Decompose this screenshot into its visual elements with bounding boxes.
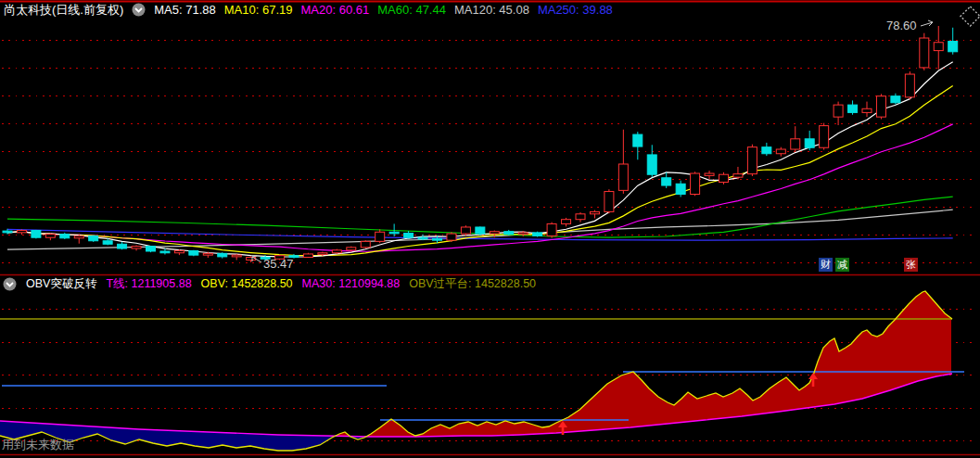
candle-body (103, 241, 112, 245)
candle-body (576, 214, 585, 220)
candle-body (418, 237, 427, 239)
candle-body (318, 253, 327, 255)
candle-body (332, 250, 341, 253)
candle-body (132, 247, 141, 248)
candle-body (32, 231, 41, 238)
candle-body (776, 149, 785, 154)
candle-body (547, 223, 556, 235)
event-badge-jian[interactable]: 减 (835, 258, 849, 272)
candle-body (820, 126, 829, 148)
candle-body (691, 173, 700, 194)
obv-platform-value: OBV过平台: 1452828.50 (409, 277, 536, 291)
candle-body (361, 241, 370, 248)
candle-body (146, 247, 156, 251)
obv-value: OBV: 1452828.50 (201, 277, 293, 291)
candle-body (605, 192, 614, 212)
chevron-down-icon[interactable] (3, 277, 17, 291)
chart-canvas[interactable]: 78.6035.47 (0, 0, 980, 458)
candle-body (533, 233, 542, 236)
ma30-value: MA30: 1210994.88 (302, 277, 401, 291)
high-price-label: 78.60 (886, 19, 917, 32)
candle-body (891, 96, 900, 103)
candle-body (45, 235, 55, 238)
candle-body (705, 173, 714, 175)
candle-body (74, 235, 83, 237)
chevron-down-icon[interactable] (132, 3, 146, 17)
candle-body (791, 139, 800, 149)
main-chart-header: 尚太科技(日线.前复权) MA5: 71.88 MA10: 67.19 MA20… (4, 3, 613, 17)
event-badge-zhang[interactable]: 张 (904, 258, 918, 272)
candle-body (60, 235, 70, 238)
candle-body (504, 232, 514, 235)
candle-body (618, 164, 628, 190)
candle-body (747, 147, 757, 174)
candle-body (518, 233, 528, 235)
candle-body (676, 184, 685, 194)
dotted-diamond-icon[interactable] (958, 4, 980, 29)
indicator-title: OBV突破反转 (26, 277, 96, 291)
candle-body (848, 105, 858, 112)
obv-panel-header: OBV突破反转 T线: 1211905.88 OBV: 1452828.50 M… (3, 277, 536, 291)
candle-body (118, 244, 127, 248)
candle-body (562, 220, 571, 224)
candle-body (203, 253, 212, 255)
candle-body (174, 250, 184, 252)
ma120-value: MA120: 45.08 (454, 3, 529, 17)
candle-body (303, 254, 312, 258)
candle-body (719, 174, 729, 182)
low-price-label: 35.47 (263, 257, 294, 271)
candle-body (876, 96, 885, 117)
candle-body (375, 232, 385, 241)
candle-body (189, 250, 198, 255)
instrument-title: 尚太科技(日线.前复权) (4, 3, 123, 17)
candle-body (404, 233, 414, 237)
candle-body (934, 43, 943, 51)
candle-body (590, 211, 599, 213)
candle-body (805, 139, 814, 147)
candle-body (490, 232, 499, 234)
candle-body (633, 134, 643, 146)
candle-body (920, 38, 929, 68)
candle-body (89, 235, 98, 240)
candle-body (160, 251, 170, 253)
event-badge-cai[interactable]: 财 (819, 258, 833, 272)
app-window: 78.6035.47 尚太科技(日线.前复权) MA5: 71.88 MA10:… (0, 0, 980, 458)
tline-value: T线: 1211905.88 (106, 277, 191, 291)
ma20-value: MA20: 60.61 (301, 3, 370, 17)
candle-body (461, 227, 470, 234)
ma250-value: MA250: 39.88 (538, 3, 613, 17)
candle-body (347, 248, 356, 250)
candle-body (647, 155, 656, 174)
ma60-value: MA60: 47.44 (377, 3, 446, 17)
candle-body (834, 105, 843, 117)
candle-body (733, 174, 743, 178)
candle-body (476, 227, 485, 234)
candle-body (218, 253, 227, 257)
candle-body (433, 238, 442, 240)
candle-body (862, 108, 872, 112)
candle-body (17, 231, 26, 233)
future-data-warning: 用到未来数据 (2, 437, 74, 453)
obv-fill-above-tline (367, 291, 951, 437)
candle-body (948, 42, 958, 52)
candle-body (762, 147, 771, 154)
candle-body (905, 74, 914, 97)
candle-body (232, 255, 241, 257)
candle-body (389, 232, 399, 234)
ma10-value: MA10: 67.19 (224, 3, 293, 17)
candle-body (447, 234, 456, 240)
candle-body (662, 178, 671, 185)
ma5-value: MA5: 71.88 (154, 3, 216, 17)
candle-body (3, 231, 12, 233)
